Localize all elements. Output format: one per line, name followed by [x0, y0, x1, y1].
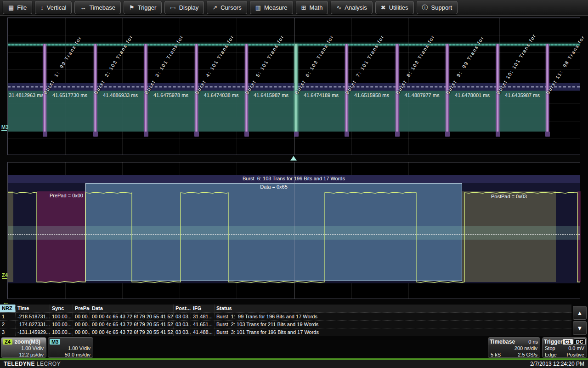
measurement-value: 41.6475978 ms — [146, 92, 196, 98]
menu-button-trigger[interactable]: ⚑Trigger — [124, 1, 162, 14]
menu-button-analysis[interactable]: ∿Analysis — [331, 1, 372, 14]
column-header-time[interactable]: Time — [16, 305, 50, 312]
menu-label: Timebase — [89, 4, 115, 11]
menu-label: Math — [309, 4, 322, 11]
burst-marker-tip — [144, 132, 148, 137]
burst-marker-tip — [395, 132, 400, 137]
burst-marker-tip — [445, 132, 450, 137]
column-header-sync[interactable]: Sync — [50, 305, 73, 312]
table-cell: 00 00 4c 65 43 72 6f 79 20 55 41 52... — [90, 321, 174, 328]
burst-interval-measurement: 41.6474038 ms — [196, 91, 246, 132]
cursor-hairline[interactable] — [499, 18, 499, 88]
trigger-title: Trigger — [544, 339, 563, 345]
burst-interval-measurement: 41.6474189 ms — [296, 91, 346, 132]
menu-button-display[interactable]: ▭Display — [164, 1, 204, 14]
measurement-value: 41.6517730 ms — [45, 92, 95, 98]
burst-marker-tip — [294, 132, 299, 137]
menu-label: Analysis — [345, 4, 367, 11]
timebase-descriptor-box[interactable]: Timebase 0 ns 200 ns/div 5 kS 2.5 GS/s — [488, 337, 540, 358]
measurement-value: 31.4812963 ms — [8, 92, 45, 98]
table-cell: 41.651... — [191, 321, 215, 328]
m3-vdiv: 1.00 V/div — [68, 345, 90, 351]
column-header-data[interactable]: Data — [90, 305, 174, 312]
z4-channel-label[interactable]: Z4 — [2, 272, 8, 279]
measurement-value: 41.4887977 ms — [397, 92, 447, 98]
z4-title: zoom(M3) — [15, 339, 40, 345]
menu-label: File — [17, 4, 27, 11]
menu-label: Display — [179, 4, 199, 11]
data-value-label: Data = 0x65 — [85, 184, 462, 190]
table-cell: 100.00... — [50, 321, 73, 328]
table-cell: 41.488... — [191, 328, 215, 336]
table-header-row: NRZTimeSyncPrePadDataPost...IFGStatus — [0, 305, 571, 313]
table-cell: -131.145929... — [16, 328, 50, 336]
table-cell: 1 — [0, 313, 16, 320]
datetime: 2/7/2013 12:24:20 PM — [530, 361, 584, 367]
z4-tdiv: 12.2 µs/div — [19, 351, 44, 358]
menu-button-file[interactable]: ▤File — [3, 1, 32, 14]
burst-measurement-band: 31.4812963 ms41.6517730 ms41.4886933 ms4… — [8, 91, 547, 132]
burst-interval-measurement: 41.6515958 ms — [346, 91, 397, 132]
z4-badge: Z4 — [3, 339, 12, 345]
table-scrollbar: ▲ ▼ — [573, 306, 587, 336]
table-cell: 03 03... — [174, 328, 191, 336]
scroll-up-button[interactable]: ▲ — [573, 306, 587, 320]
trigger-position-marker[interactable] — [290, 156, 297, 161]
m3-descriptor-box[interactable]: M3 1.00 V/div 50.0 ms/div — [48, 337, 93, 358]
burst-interval-measurement: 41.6475978 ms — [146, 91, 196, 132]
vertical-icon: ↕ — [40, 4, 44, 11]
menu-button-measure[interactable]: ▥Measure — [250, 1, 293, 14]
column-header-status[interactable]: Status — [215, 305, 571, 312]
burst-marker-tip — [93, 132, 98, 137]
burst-interval-measurement: 41.6478001 ms — [447, 91, 498, 132]
support-icon: ⓘ — [422, 4, 428, 12]
menu-label: Measure — [264, 4, 288, 11]
timebase-offset: 0 ns — [528, 339, 538, 345]
table-cell: Burst 3: 101 Trans for 196 Bits and 17 W… — [215, 328, 571, 336]
math-icon: ⊞ — [301, 4, 306, 11]
column-header-post[interactable]: Post... — [174, 305, 191, 312]
menu-button-math[interactable]: ⊞Math — [296, 1, 328, 14]
table-cell: 00 00... — [73, 313, 90, 320]
burst-marker-tip — [194, 132, 199, 137]
table-cell: 100.00... — [50, 313, 73, 320]
menu-button-utilities[interactable]: ✖Utilities — [375, 1, 414, 14]
scroll-down-button[interactable]: ▼ — [573, 321, 587, 335]
burst-marker-tip — [545, 132, 550, 137]
trigger-level: 0.0 mV — [568, 345, 584, 351]
measurement-value: 41.6474038 ms — [196, 92, 246, 98]
column-header-nrz[interactable]: NRZ — [0, 305, 16, 312]
timebase-samples: 5 kS — [491, 351, 501, 358]
table-cell: 03 03... — [174, 313, 191, 320]
m3-channel-label[interactable]: M3 — [1, 124, 8, 131]
burst-interval-measurement: 41.6517730 ms — [45, 91, 95, 132]
menu-button-cursors[interactable]: ↗Cursors — [207, 1, 247, 14]
m3-tdiv: 50.0 ms/div — [65, 351, 90, 358]
menu-label: Vertical — [47, 4, 67, 11]
menu-label: Trigger — [138, 4, 157, 11]
menu-button-timebase[interactable]: ↔Timebase — [74, 1, 121, 14]
table-cell: 00 00 4c 65 43 72 6f 79 20 55 41 52... — [90, 313, 174, 320]
measurement-value: 41.6478001 ms — [447, 92, 498, 98]
table-cell: 2 — [0, 321, 16, 328]
zoom-waveform-grid[interactable]: Burst 6: 103 Trans for 196 Bits and 17 W… — [7, 162, 580, 299]
table-cell: -174.827331... — [16, 321, 50, 328]
column-header-prepad[interactable]: PrePad — [73, 305, 90, 312]
display-icon: ▭ — [170, 4, 175, 11]
burst-marker-tip — [345, 132, 349, 137]
status-bar: TELEDYNE LECROY 2/7/2013 12:24:20 PM — [0, 360, 588, 368]
menu-label: Cursors — [220, 4, 242, 11]
menu-button-support[interactable]: ⓘSupport — [417, 1, 458, 14]
table-row: 2-174.827331...100.00...00 00...00 00 4c… — [0, 321, 571, 328]
z4-waveform — [8, 162, 580, 299]
trigger-descriptor-box[interactable]: Trigger C1 DC Stop 0.0 mV Edge Positive — [542, 337, 587, 358]
column-header-ifg[interactable]: IFG — [191, 305, 215, 312]
upper-waveform-grid[interactable]: 31.4812963 ms41.6517730 ms41.4886933 ms4… — [7, 17, 580, 155]
trigger-type: Edge — [545, 351, 557, 358]
z4-descriptor-box[interactable]: Z4 zoom(M3) 1.00 V/div 12.2 µs/div — [1, 337, 46, 358]
table-cell: 00 00... — [73, 328, 90, 336]
menu-label: Support — [431, 4, 452, 11]
menu-button-vertical[interactable]: ↕Vertical — [35, 1, 72, 14]
table-row: 1-218.518731...100.00...00 00...00 00 4c… — [0, 313, 571, 321]
measurement-value: 41.6435987 ms — [498, 92, 547, 98]
